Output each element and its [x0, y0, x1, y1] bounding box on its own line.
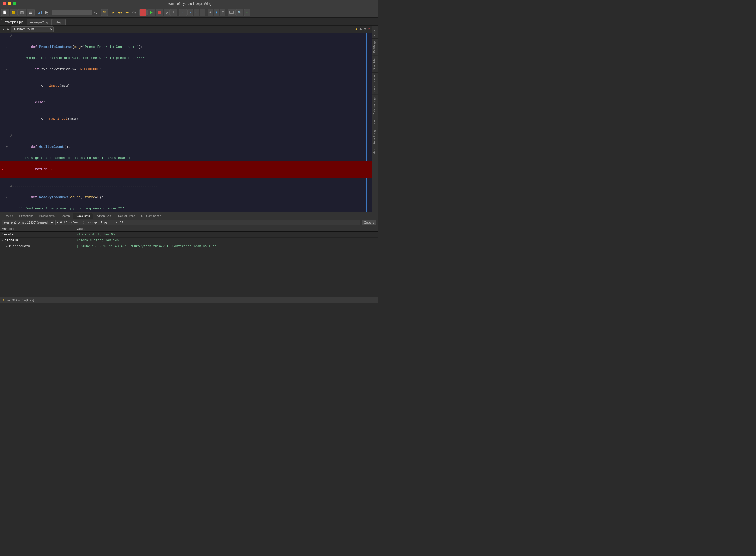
pointer-button[interactable] — [44, 9, 50, 16]
debug-new-button[interactable] — [139, 9, 147, 16]
search-input[interactable] — [52, 9, 92, 15]
expand-globals-arrow[interactable]: ▼ — [2, 239, 3, 242]
bookmark-button[interactable]: ★ — [110, 9, 116, 16]
vars-header: Variable Value — [0, 226, 378, 232]
var-name-kcanneddata: ▶ kCannedData — [0, 244, 74, 249]
sidebar-tab-openfiles[interactable]: Open Files — [372, 55, 378, 72]
nav-forward-button[interactable]: ▶ — [6, 27, 10, 31]
maximize-button[interactable] — [13, 2, 16, 5]
toolbar: AB ★ ◀★ ★▶ ✕★ ↻ ⏸ →| ↷ ↩ ↪ ▲ ◆ ▽ 🔍 ⬇ — [0, 7, 378, 18]
window-title: example1.py: tutorial.wpr: Wing — [167, 2, 211, 6]
fold-arrow[interactable]: ▽ — [6, 46, 7, 49]
svg-marker-13 — [45, 11, 48, 14]
bookmark-next-button[interactable]: ★▶ — [124, 9, 130, 16]
close-editor-icon[interactable]: ✕ — [367, 27, 371, 32]
sidebar-tab-diffmerge[interactable]: Diff/Merge — [372, 38, 378, 55]
code-line: ▽ if sys.hexversion >= 0x03000000: — [0, 61, 372, 78]
sidebar-tab-codewarnings[interactable]: Code Warnings — [372, 95, 378, 117]
step-into-button[interactable]: →| — [179, 9, 186, 16]
print-button[interactable] — [27, 9, 35, 16]
settings-icon[interactable]: ⚙ — [359, 27, 362, 32]
save-button[interactable] — [18, 9, 26, 16]
var-name-locals: locals — [0, 232, 74, 237]
btab-stackdata[interactable]: Stack Data — [73, 213, 93, 219]
svg-rect-18 — [158, 11, 161, 14]
btab-pythonshell[interactable]: Python Shell — [93, 213, 115, 219]
pause-button[interactable]: ⏸ — [170, 9, 177, 16]
tab-example1[interactable]: example1.py — [1, 19, 26, 25]
svg-rect-12 — [41, 11, 42, 14]
right-sidebar: Project Diff/Merge Open Files Search in … — [372, 26, 378, 212]
svg-rect-3 — [12, 11, 13, 12]
tabs-bar: example1.py example2.py Help — [0, 18, 378, 26]
code-container[interactable]: #---------------------------------------… — [0, 33, 372, 212]
sidebar-tab-searchinfiles[interactable]: Search in Files — [372, 72, 378, 94]
btab-search[interactable]: Search — [58, 213, 73, 219]
nav-back-button[interactable]: ◀ — [2, 27, 5, 31]
fold-arrow[interactable]: ▽ — [6, 196, 7, 199]
var-col-header-name: Variable — [0, 227, 74, 231]
magnify-button[interactable]: 🔍 — [236, 9, 243, 16]
svg-rect-9 — [29, 13, 32, 14]
var-value-globals: <globals dict; len=19> — [74, 238, 378, 243]
code-line: x = input(msg) — [0, 78, 372, 94]
step-over-button[interactable]: ↷ — [187, 9, 193, 16]
minimize-button[interactable] — [8, 2, 11, 5]
svg-rect-10 — [38, 13, 39, 14]
code-line: #---------------------------------------… — [0, 133, 372, 139]
ab-button[interactable]: AB — [101, 9, 108, 16]
btab-debugprobe[interactable]: Debug Probe — [115, 213, 138, 219]
svg-rect-6 — [21, 12, 23, 14]
sidebar-tab-stant[interactable]: stant — [372, 146, 378, 156]
status-icon: ★ — [2, 298, 5, 302]
code-line: #---------------------------------------… — [0, 183, 372, 189]
var-row-kcanneddata[interactable]: ▶ kCannedData [["June 13, 2013 11:43 AM"… — [0, 243, 378, 249]
svg-rect-16 — [141, 11, 145, 14]
bookmark-clear-button[interactable]: ✕★ — [131, 9, 137, 16]
stack-file-dropdown[interactable]: example1.py (pid 17310) (paused) — [2, 220, 54, 225]
code-line: """Prompt to continue and wait for the u… — [0, 55, 372, 61]
btab-testing[interactable]: Testing — [1, 213, 16, 219]
expand-kcanneddata-arrow[interactable]: ▶ — [6, 245, 8, 248]
expand-icon[interactable]: ▽ — [363, 27, 366, 32]
sidebar-tab-refactoring[interactable]: Refactoring — [372, 128, 378, 146]
breakpoint-button[interactable]: ◆ — [214, 9, 219, 16]
code-line: else: — [0, 94, 372, 111]
options-button[interactable]: Options — [362, 220, 376, 225]
code-line: ▽ def GetItemCount(): — [0, 139, 372, 155]
restart-button[interactable]: ↻ — [164, 9, 170, 16]
svg-rect-8 — [29, 11, 32, 12]
sidebar-tab-uses[interactable]: Uses — [372, 117, 378, 128]
function-dropdown[interactable]: GetItemCount — [11, 26, 54, 32]
btab-exceptions[interactable]: Exceptions — [16, 213, 36, 219]
svg-line-15 — [96, 13, 97, 14]
stats-button[interactable] — [37, 9, 43, 16]
sidebar-tab-project[interactable]: Project — [372, 26, 378, 38]
screen-button[interactable] — [228, 9, 236, 16]
btab-oscommands[interactable]: OS Commands — [138, 213, 164, 219]
call-stack-button[interactable]: ▲ — [208, 9, 213, 16]
watch-button[interactable]: ▽ — [220, 9, 226, 16]
tab-example2[interactable]: example2.py — [27, 19, 51, 25]
stop-button[interactable] — [156, 9, 163, 16]
close-button[interactable] — [3, 2, 6, 5]
return-button[interactable]: ↪ — [200, 9, 205, 16]
bookmark-prev-button[interactable]: ◀★ — [117, 9, 123, 16]
fold-arrow[interactable]: ▽ — [6, 68, 7, 71]
var-row-locals[interactable]: locals <locals dict; len=0> — [0, 232, 378, 238]
btab-breakpoints[interactable]: Breakpoints — [36, 213, 58, 219]
warning-icon: ▲ — [355, 27, 358, 32]
fold-arrow[interactable]: ▽ — [6, 146, 7, 148]
tab-help[interactable]: Help — [52, 19, 66, 25]
step-out-button[interactable]: ↩ — [194, 9, 199, 16]
vars-table: Variable Value locals <locals dict; len=… — [0, 226, 378, 297]
code-line-breakpoint: ● return 5 — [0, 161, 372, 178]
new-file-button[interactable] — [1, 9, 9, 16]
bottom-panel: Testing Exceptions Breakpoints Search St… — [0, 212, 378, 297]
run-button[interactable] — [147, 9, 155, 16]
code-line: #---------------------------------------… — [0, 33, 372, 39]
search-icon[interactable] — [93, 9, 99, 16]
open-file-button[interactable] — [9, 9, 18, 16]
var-row-globals[interactable]: ▼ globals <globals dict; len=19> — [0, 238, 378, 243]
download-button[interactable]: ⬇ — [244, 9, 250, 16]
